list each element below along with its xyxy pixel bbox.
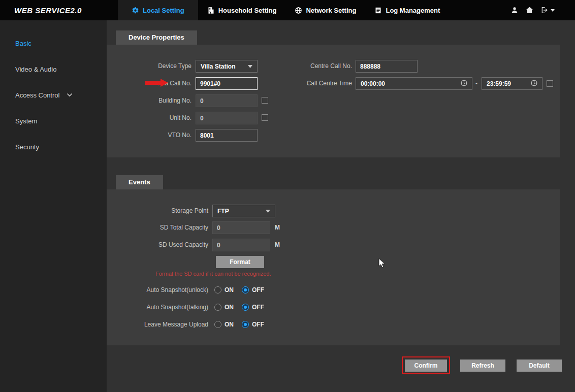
time-range-separator: - (475, 77, 477, 90)
call-centre-time-checkbox[interactable] (547, 80, 553, 87)
device-type-dropdown[interactable]: Villa Station (196, 60, 258, 73)
nav-household-setting-label: Household Setting (218, 7, 277, 14)
auto-snapshot-talking-toggle: ON OFF (214, 303, 264, 311)
chevron-down-icon (248, 65, 252, 68)
on-label: ON (225, 304, 234, 311)
chevron-down-icon (266, 210, 270, 213)
device-properties-panel: Device Properties Device Type Villa Stat… (107, 30, 560, 157)
radio-selected-icon (242, 304, 249, 311)
sidebar-item-basic-label: Basic (15, 40, 31, 47)
building-icon (207, 7, 215, 14)
building-no-input[interactable] (196, 94, 258, 107)
confirm-button[interactable]: Confirm (405, 360, 447, 372)
vto-no-input[interactable] (196, 129, 258, 142)
auto-snapshot-unlock-label: Auto Snapshot(unlock) (107, 286, 208, 294)
nav-household-setting[interactable]: Household Setting (198, 0, 286, 20)
web-service-screen: WEB SERVICE2.0 Local Setting Household S… (0, 0, 575, 392)
refresh-button[interactable]: Refresh (460, 360, 505, 372)
sidebar-item-security-label: Security (15, 143, 39, 151)
log-icon (374, 7, 382, 14)
caret-down-icon (551, 9, 555, 12)
leave-message-upload-toggle: ON OFF (214, 320, 264, 329)
annotation-arrow (145, 79, 168, 87)
call-centre-time-start-input[interactable]: 00:00:00 (356, 77, 472, 90)
format-button[interactable]: Format (216, 256, 264, 268)
top-right-icons (510, 0, 555, 20)
call-centre-time-start-value: 00:00:00 (361, 80, 385, 87)
tab-device-properties[interactable]: Device Properties (116, 30, 197, 45)
chevron-down-icon (67, 93, 73, 97)
device-type-value: Villa Station (201, 63, 235, 70)
storage-point-value: FTP (217, 208, 229, 215)
sidebar-item-access-control[interactable]: Access Control (0, 89, 107, 101)
logout-icon[interactable] (540, 6, 555, 14)
centre-call-no-label: Centre Call No. (269, 60, 352, 73)
on-label: ON (225, 286, 234, 293)
nav-local-setting[interactable]: Local Setting (118, 0, 198, 20)
format-warning-text: Format the SD card if it can not be reco… (155, 271, 271, 277)
sd-used-capacity-unit: M (275, 239, 280, 251)
clock-icon (531, 80, 537, 88)
radio-selected-icon (242, 321, 249, 328)
auto-snapshot-talking-label: Auto Snapshot(talking) (107, 303, 208, 311)
radio-icon (214, 304, 221, 311)
villa-call-no-input[interactable] (196, 77, 258, 90)
home-icon[interactable] (525, 6, 534, 14)
nav-network-setting[interactable]: Network Setting (285, 0, 365, 20)
device-type-label: Device Type (107, 60, 191, 73)
sidebar-item-system[interactable]: System (0, 115, 107, 127)
storage-point-dropdown[interactable]: FTP (212, 205, 275, 217)
gear-icon (132, 7, 139, 14)
events-panel: Events Storage Point FTP SD Total Capaci… (107, 175, 560, 345)
app-logo: WEB SERVICE2.0 (14, 6, 82, 15)
default-button[interactable]: Default (517, 360, 562, 372)
globe-icon (295, 7, 302, 14)
unit-no-input[interactable] (196, 112, 258, 124)
call-centre-time-end-value: 23:59:59 (487, 80, 511, 87)
sidebar-item-access-control-label: Access Control (15, 91, 59, 99)
events-body: Storage Point FTP SD Total Capacity M SD… (107, 189, 560, 345)
radio-icon (214, 321, 221, 328)
radio-icon (214, 286, 221, 293)
leave-message-upload-on-radio[interactable]: ON (214, 321, 234, 328)
storage-point-label: Storage Point (107, 205, 208, 217)
auto-snapshot-unlock-off-radio[interactable]: OFF (242, 286, 264, 293)
sidebar-item-system-label: System (15, 117, 37, 125)
auto-snapshot-unlock-toggle: ON OFF (214, 286, 264, 294)
centre-call-no-input[interactable] (356, 60, 418, 73)
radio-selected-icon (242, 286, 249, 293)
off-label: OFF (252, 286, 264, 293)
sd-total-capacity-label: SD Total Capacity (107, 221, 208, 234)
building-no-label: Building No. (107, 94, 191, 107)
user-icon[interactable] (510, 6, 519, 14)
mouse-cursor (378, 258, 386, 270)
nav-local-setting-label: Local Setting (143, 7, 184, 14)
auto-snapshot-talking-off-radio[interactable]: OFF (242, 304, 264, 311)
sidebar-item-video-audio-label: Video & Audio (15, 66, 56, 73)
sd-used-capacity-input[interactable] (212, 239, 270, 251)
on-label: ON (225, 321, 234, 328)
off-label: OFF (252, 321, 264, 328)
unit-no-checkbox[interactable] (262, 114, 268, 121)
tab-events[interactable]: Events (116, 175, 163, 189)
call-centre-time-label: Call Centre Time (269, 77, 352, 90)
sidebar-item-basic[interactable]: Basic (0, 37, 107, 49)
top-nav: Local Setting Household Setting Network … (118, 0, 449, 20)
device-properties-body: Device Type Villa Station Villa Call No.… (107, 45, 560, 157)
top-bar: WEB SERVICE2.0 Local Setting Household S… (0, 0, 575, 20)
nav-log-management-label: Log Management (386, 7, 440, 14)
sidebar-item-security[interactable]: Security (0, 141, 107, 153)
nav-network-setting-label: Network Setting (306, 7, 356, 14)
nav-log-management[interactable]: Log Management (365, 0, 449, 20)
auto-snapshot-unlock-on-radio[interactable]: ON (214, 286, 234, 293)
auto-snapshot-talking-on-radio[interactable]: ON (214, 304, 234, 311)
call-centre-time-end-input[interactable]: 23:59:59 (482, 77, 542, 90)
building-no-checkbox[interactable] (262, 97, 268, 104)
leave-message-upload-off-radio[interactable]: OFF (242, 321, 264, 328)
sd-total-capacity-input[interactable] (212, 221, 270, 234)
off-label: OFF (252, 304, 264, 311)
unit-no-label: Unit No. (107, 112, 191, 124)
sd-used-capacity-label: SD Used Capacity (107, 239, 208, 251)
sd-total-capacity-unit: M (275, 221, 280, 234)
sidebar-item-video-audio[interactable]: Video & Audio (0, 63, 107, 75)
